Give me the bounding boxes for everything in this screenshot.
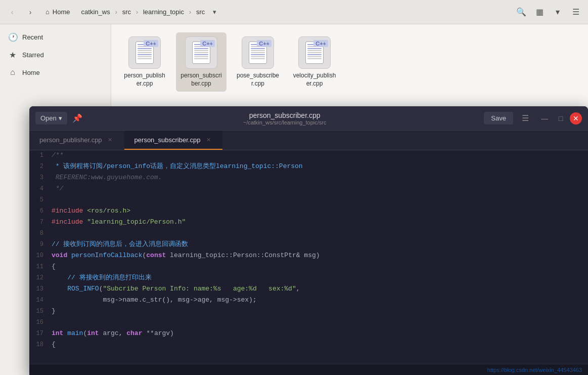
file-name-person-publisher: person_publisher.cpp [122,72,167,88]
breadcrumb-sep-3: › [189,9,191,16]
search-button[interactable]: 🔍 [513,4,529,20]
code-line-11: 11 { [29,262,588,273]
code-line-15: 15 } [29,306,588,317]
code-line-7: 7 #include "learning_topic/Person.h" [29,217,588,228]
sidebar-item-starred-label: Starred [22,51,44,59]
status-url: https://blog.csdn.net/weixin_44543463 [487,367,582,373]
sidebar-item-starred[interactable]: ★ Starred [0,46,111,64]
code-line-5: 5 [29,195,588,206]
editor-open-button[interactable]: Open ▾ [35,112,67,124]
breadcrumb-catkin_ws[interactable]: catkin_ws [77,6,114,18]
file-name-pose-subscriber: pose_subscriber.cpp [236,72,280,88]
cpp-badge-publisher: C++ [144,40,158,47]
editor-close-button[interactable]: ✕ [570,112,582,124]
sidebar-item-recent-label: Recent [22,33,43,41]
star-icon: ★ [8,50,17,60]
code-line-1: 1 /** [29,150,588,161]
cpp-badge-subscriber: C++ [200,40,215,47]
recent-icon: 🕐 [8,32,17,42]
home-icon: ⌂ [46,8,50,16]
editor-title-path: ~/catkin_ws/src/learning_topic/src [85,119,484,126]
code-line-2: 2 * 该例程将订阅/person_info话题，自定义消息类型learning… [29,161,588,173]
code-line-16: 16 [29,317,588,328]
breadcrumb-dropdown[interactable]: ▾ [210,6,219,18]
home-nav-label: Home [53,8,70,16]
code-line-17: 17 int main(int argc, char **argv) [29,328,588,340]
editor-statusbar: https://blog.csdn.net/weixin_44543463 [29,364,588,375]
file-icon-velocity-publisher: C++ [298,36,331,69]
file-item-pose-subscriber[interactable]: C++ pose_subscriber.cpp [233,32,283,92]
nav-bar: ‹ › ⌂ Home catkin_ws › src › learning_to… [0,0,588,24]
code-line-18: 18 { [29,340,588,351]
breadcrumb-sep-2: › [136,9,138,16]
breadcrumb: catkin_ws › src › learning_topic › src ▾ [77,6,220,18]
cpp-badge-pose: C++ [257,40,272,47]
file-icon-person-publisher: C++ [128,36,161,69]
file-item-person-subscriber[interactable]: C++ person_subscriber.cpp [176,32,227,92]
code-line-9: 9 // 接收到订阅的消息后，会进入消息回调函数 [29,239,588,251]
cpp-badge-velocity: C++ [313,40,328,47]
editor-title-center: person_subscriber.cpp ~/catkin_ws/src/le… [85,111,484,126]
sidebar-item-home-label: Home [22,69,40,76]
tab-subscriber-label: person_subscriber.cpp [134,136,201,144]
editor-minimize-button[interactable]: — [537,111,552,126]
tab-subscriber-close[interactable]: ✕ [204,136,212,144]
tab-person-publisher[interactable]: person_publisher.cpp ✕ [29,131,124,150]
file-item-velocity-publisher[interactable]: C++ velocity_publisher.cpp [289,32,340,92]
breadcrumb-sep-1: › [115,9,117,16]
home-sidebar-icon: ⌂ [8,68,17,77]
editor-menu-button[interactable]: ☰ [517,110,533,127]
sidebar-section-places: 🕐 Recent ★ Starred ⌂ Home [0,28,111,81]
editor-open-label: Open [40,114,57,122]
back-button[interactable]: ‹ [4,4,20,20]
code-line-3: 3 REFERENC:www.guyuehome.com. [29,173,588,184]
breadcrumb-src1[interactable]: src [118,6,135,18]
code-line-4: 4 */ [29,184,588,195]
file-name-person-subscriber: person_subscriber.cpp [179,72,223,88]
code-line-12: 12 // 将接收到的消息打印出来 [29,273,588,284]
file-icon-pose-subscriber: C++ [242,36,274,69]
editor-pin-button[interactable]: 📌 [69,110,85,127]
file-item-person-publisher[interactable]: C++ person_publisher.cpp [119,32,170,92]
editor-window: Open ▾ 📌 person_subscriber.cpp ~/catkin_… [29,106,588,375]
editor-tabs: person_publisher.cpp ✕ person_subscriber… [29,131,588,150]
tab-person-subscriber[interactable]: person_subscriber.cpp ✕ [124,131,223,150]
editor-window-buttons: — □ ✕ [537,111,582,126]
view-toggle-button[interactable]: ▦ [531,4,548,20]
code-line-8: 8 [29,228,588,239]
forward-button[interactable]: › [22,4,38,20]
file-grid: C++ person_publisher.cpp [119,32,580,92]
breadcrumb-learning_topic[interactable]: learning_topic [139,6,188,18]
sidebar-item-home[interactable]: ⌂ Home [0,64,111,81]
sidebar-item-recent[interactable]: 🕐 Recent [0,28,111,46]
editor-code-area[interactable]: 1 /** 2 * 该例程将订阅/person_info话题，自定义消息类型le… [29,150,588,364]
editor-maximize-button[interactable]: □ [554,111,568,126]
editor-titlebar: Open ▾ 📌 person_subscriber.cpp ~/catkin_… [29,106,588,131]
view-options-button[interactable]: ▾ [550,4,566,20]
code-line-13: 13 ROS_INFO("Subcribe Person Info: name:… [29,284,588,295]
editor-save-button[interactable]: Save [484,112,513,124]
editor-open-chevron: ▾ [59,114,62,122]
file-name-velocity-publisher: velocity_publisher.cpp [292,72,337,88]
menu-button[interactable]: ☰ [568,4,584,20]
tab-publisher-close[interactable]: ✕ [106,136,114,144]
tab-publisher-label: person_publisher.cpp [39,136,102,144]
home-nav-button[interactable]: ⌂ Home [40,6,75,18]
breadcrumb-src2[interactable]: src [192,6,209,18]
file-icon-person-subscriber: C++ [185,36,217,69]
code-line-14: 14 msg->name.c_str(), msg->age, msg->sex… [29,295,588,306]
code-line-10: 10 void personInfoCallback(const learnin… [29,251,588,262]
editor-title-filename: person_subscriber.cpp [85,111,484,119]
code-line-6: 6 #include <ros/ros.h> [29,206,588,217]
